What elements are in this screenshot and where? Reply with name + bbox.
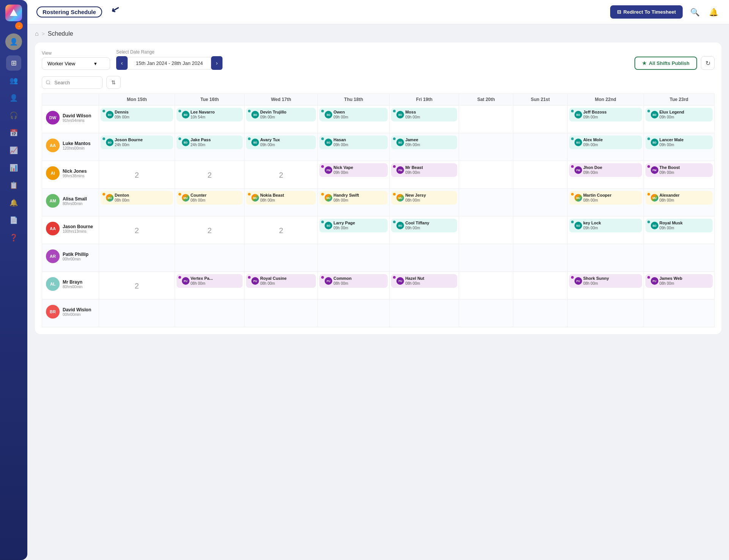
shift-cell[interactable]: BD Cool Tiffany 09h 00m xyxy=(390,216,459,244)
shift-cell[interactable]: BD Avary Tux 09h 00m xyxy=(245,133,318,161)
shift-cell[interactable]: PM The Boost 09h 00m xyxy=(644,161,714,189)
shift-cell[interactable] xyxy=(318,300,390,327)
shift-cell[interactable] xyxy=(390,244,459,272)
shift-block[interactable]: BD Cool Tiffany 09h 00m xyxy=(391,219,457,232)
shift-cell[interactable]: BD Jeff Bozoss 09h 00m xyxy=(567,106,644,133)
shift-block[interactable]: BD Jamee 09h 00m xyxy=(391,136,457,149)
sidebar-item-documents[interactable]: 📄 xyxy=(6,213,21,228)
user-avatar[interactable]: 👤 xyxy=(5,33,22,50)
shift-cell[interactable]: MU New Jersy 08h 00m xyxy=(390,189,459,216)
collapse-arrow[interactable]: → xyxy=(15,22,23,30)
shift-cell[interactable]: MU Counter 08h 00m xyxy=(175,189,244,216)
shift-block[interactable]: MU Denton 08h 00m xyxy=(101,191,173,205)
shift-cell[interactable]: 2 xyxy=(99,161,175,189)
shift-cell[interactable]: MU Nokia Beast 08h 00m xyxy=(245,189,318,216)
prev-date-button[interactable]: ‹ xyxy=(116,56,128,70)
shift-block[interactable]: BD Larry Page 09h 00m xyxy=(319,219,388,232)
view-select-dropdown[interactable]: Worker View ▾ xyxy=(42,57,110,70)
filter-button[interactable]: ⇅ xyxy=(106,76,121,89)
shift-block[interactable]: BD key Lock 09h 00m xyxy=(569,219,642,232)
shift-cell[interactable]: BD Devin Trujillo 09h 00m xyxy=(245,106,318,133)
search-input[interactable] xyxy=(42,76,103,89)
shift-cell[interactable] xyxy=(459,300,513,327)
sidebar-item-help[interactable]: ❓ xyxy=(6,230,21,245)
sidebar-item-dashboard[interactable]: ⊞ xyxy=(6,55,21,71)
shift-block[interactable]: PU Hazel Nut 08h 00m xyxy=(391,274,457,288)
shift-cell[interactable]: PU Hazel Nut 08h 00m xyxy=(390,272,459,300)
notification-button[interactable]: 🔔 xyxy=(707,6,720,18)
shift-block[interactable]: MU Martin Cooper 08h 00m xyxy=(569,191,642,205)
shift-cell[interactable]: PM Nick Vape 09h 00m xyxy=(318,161,390,189)
sidebar-item-user[interactable]: 👤 xyxy=(6,90,21,106)
shift-cell[interactable] xyxy=(513,272,568,300)
shift-cell[interactable]: 2 xyxy=(245,161,318,189)
app-logo[interactable] xyxy=(5,5,22,21)
shift-block[interactable]: MU New Jersy 08h 00m xyxy=(391,191,457,205)
shift-block[interactable]: BD Owen 09h 00m xyxy=(319,108,388,121)
sidebar-item-clipboard[interactable]: 📋 xyxy=(6,178,21,193)
shift-block[interactable]: BD Elux Legend 09h 00m xyxy=(645,108,713,121)
shift-cell[interactable] xyxy=(175,244,244,272)
shift-cell[interactable]: BD Alex Mole 09h 00m xyxy=(567,133,644,161)
sidebar-item-reports[interactable]: 📈 xyxy=(6,143,21,158)
shift-cell[interactable]: PU Royal Cusine 08h 00m xyxy=(245,272,318,300)
shift-cell[interactable]: PU Shork Sunny 08h 00m xyxy=(567,272,644,300)
sidebar-item-team[interactable]: 👥 xyxy=(6,73,21,88)
shift-cell[interactable] xyxy=(459,244,513,272)
shift-block[interactable]: PU Vertex Pa... 08h 00m xyxy=(177,274,243,288)
shift-cell[interactable]: PU Vertex Pa... 08h 00m xyxy=(175,272,244,300)
shift-block[interactable]: PU Royal Cusine 08h 00m xyxy=(246,274,316,288)
shift-block[interactable]: MU Counter 08h 00m xyxy=(177,191,243,205)
sidebar-item-calendar[interactable]: 📅 xyxy=(6,125,21,140)
shift-cell[interactable] xyxy=(245,244,318,272)
shift-block[interactable]: MU Nokia Beast 08h 00m xyxy=(246,191,316,205)
shift-cell[interactable] xyxy=(644,244,714,272)
shift-cell[interactable] xyxy=(459,161,513,189)
shift-cell[interactable] xyxy=(99,300,175,327)
shift-block[interactable]: PU Common 08h 00m xyxy=(319,274,388,288)
shift-cell[interactable] xyxy=(318,244,390,272)
shift-cell[interactable] xyxy=(513,244,568,272)
shift-cell[interactable]: MU Handry Swift 08h 00m xyxy=(318,189,390,216)
shift-cell[interactable]: 2 xyxy=(175,216,244,244)
shift-block[interactable]: PM Mr Beast 09h 00m xyxy=(391,163,457,177)
shift-cell[interactable]: MU Martin Cooper 08h 00m xyxy=(567,189,644,216)
shift-block[interactable]: BD Moss 09h 00m xyxy=(391,108,457,121)
shift-cell[interactable] xyxy=(567,244,644,272)
shift-cell[interactable]: BD Moss 09h 00m xyxy=(390,106,459,133)
shift-block[interactable]: BD Royal Musk 09h 00m xyxy=(645,219,713,232)
shift-cell[interactable]: PU Common 08h 00m xyxy=(318,272,390,300)
shift-block[interactable]: MU Alexander 08h 00m xyxy=(645,191,713,205)
shift-cell[interactable]: 2 xyxy=(175,161,244,189)
refresh-button[interactable]: ↻ xyxy=(701,56,715,70)
shift-block[interactable]: BD Jeff Bozoss 09h 00m xyxy=(569,108,642,121)
shift-cell[interactable] xyxy=(175,300,244,327)
shift-cell[interactable] xyxy=(513,133,568,161)
shift-cell[interactable]: BD Dennis 09h 00m xyxy=(99,106,175,133)
shift-cell[interactable]: BD Hasan 09h 00m xyxy=(318,133,390,161)
shift-cell[interactable]: BD Larry Page 09h 00m xyxy=(318,216,390,244)
shift-cell[interactable]: 2 xyxy=(245,216,318,244)
shift-cell[interactable] xyxy=(513,300,568,327)
shift-block[interactable]: PM Jhon Doe 09h 00m xyxy=(569,163,642,177)
shift-cell[interactable] xyxy=(390,300,459,327)
shift-block[interactable]: PU Shork Sunny 08h 00m xyxy=(569,274,642,288)
shift-cell[interactable]: BD Owen 09h 00m xyxy=(318,106,390,133)
shift-cell[interactable]: PU James Web 08h 00m xyxy=(644,272,714,300)
shift-cell[interactable]: BD Lancer Male 09h 00m xyxy=(644,133,714,161)
shift-block[interactable]: BD Dennis 09h 00m xyxy=(101,108,173,121)
shift-cell[interactable]: 2 xyxy=(99,216,175,244)
shift-cell[interactable]: BD Royal Musk 09h 00m xyxy=(644,216,714,244)
shift-cell[interactable] xyxy=(513,189,568,216)
shift-block[interactable]: BD Devin Trujillo 09h 00m xyxy=(246,108,316,121)
all-shifts-publish-button[interactable]: ★ All Shifts Publish xyxy=(634,57,697,70)
shift-block[interactable]: BD Alex Mole 09h 00m xyxy=(569,136,642,149)
shift-cell[interactable]: MU Denton 08h 00m xyxy=(99,189,175,216)
shift-cell[interactable] xyxy=(99,244,175,272)
shift-block[interactable]: BD Avary Tux 09h 00m xyxy=(246,136,316,149)
shift-cell[interactable] xyxy=(513,161,568,189)
shift-cell[interactable]: BD Jamee 09h 00m xyxy=(390,133,459,161)
shift-cell[interactable] xyxy=(567,300,644,327)
shift-block[interactable]: BD Lancer Male 09h 00m xyxy=(645,136,713,149)
shift-cell[interactable]: MU Alexander 08h 00m xyxy=(644,189,714,216)
